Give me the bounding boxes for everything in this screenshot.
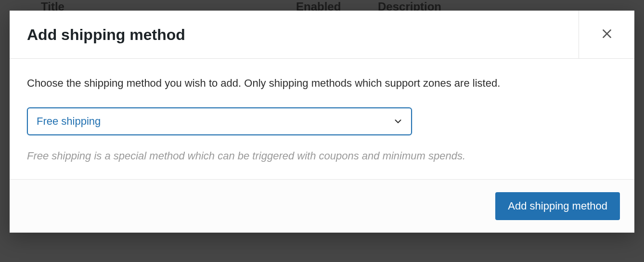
instruction-text: Choose the shipping method you wish to a… [27,76,617,91]
shipping-method-select-wrapper: Free shipping [27,107,412,135]
modal-body: Choose the shipping method you wish to a… [10,59,634,179]
modal-header: Add shipping method [10,11,634,59]
modal-footer: Add shipping method [10,179,634,233]
select-selected-label: Free shipping [37,115,101,128]
add-shipping-method-button[interactable]: Add shipping method [495,192,620,220]
select-help-text: Free shipping is a special method which … [27,149,617,164]
shipping-method-select[interactable]: Free shipping [27,107,412,135]
add-shipping-method-modal: Add shipping method Choose the shipping … [10,11,634,233]
close-button[interactable] [579,11,634,58]
close-icon [601,27,613,42]
modal-title: Add shipping method [10,11,579,58]
